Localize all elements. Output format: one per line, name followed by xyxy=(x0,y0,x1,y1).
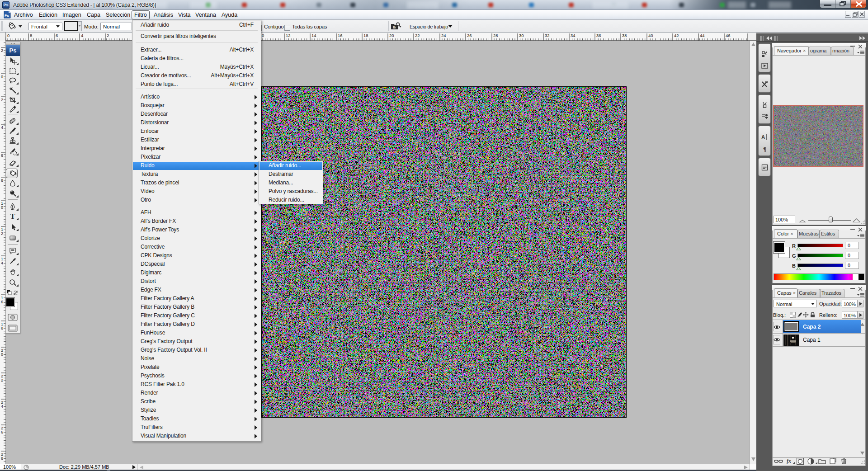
svg-text:24: 24 xyxy=(441,33,446,38)
svg-text:A: A xyxy=(761,134,765,141)
svg-text:Br: Br xyxy=(393,26,396,29)
svg-text:2: 2 xyxy=(1,231,3,236)
svg-text:18: 18 xyxy=(363,33,368,38)
svg-text:32: 32 xyxy=(545,33,550,38)
svg-text:8: 8 xyxy=(30,33,32,38)
svg-text:2: 2 xyxy=(107,33,109,38)
svg-text:4: 4 xyxy=(1,125,3,130)
svg-text:0: 0 xyxy=(262,33,264,38)
svg-text:Ps: Ps xyxy=(5,14,9,18)
svg-text:8: 8 xyxy=(1,326,3,330)
svg-text:8: 8 xyxy=(1,178,3,183)
svg-text:2: 2 xyxy=(1,378,3,382)
svg-text:0: 0 xyxy=(7,33,9,38)
svg-text:38: 38 xyxy=(622,33,627,38)
svg-text:22: 22 xyxy=(415,33,420,38)
svg-text:6: 6 xyxy=(56,33,58,38)
svg-text:0: 0 xyxy=(1,352,3,357)
svg-text:6: 6 xyxy=(1,153,3,158)
svg-text:6: 6 xyxy=(1,430,3,434)
svg-text:14: 14 xyxy=(311,33,316,38)
svg-text:44: 44 xyxy=(700,33,705,38)
svg-text:26: 26 xyxy=(467,33,472,38)
svg-text:40: 40 xyxy=(648,33,653,38)
svg-text:0: 0 xyxy=(1,75,3,79)
svg-text:46: 46 xyxy=(726,33,731,38)
svg-text:8: 8 xyxy=(1,456,3,461)
svg-text:30: 30 xyxy=(519,33,524,38)
svg-text:¶: ¶ xyxy=(763,146,766,152)
svg-text:6: 6 xyxy=(1,300,3,304)
svg-text:4: 4 xyxy=(1,404,3,409)
svg-text:2: 2 xyxy=(1,48,3,53)
svg-text:16: 16 xyxy=(338,33,343,38)
svg-text:4: 4 xyxy=(81,33,83,38)
svg-text:0: 0 xyxy=(1,205,3,210)
svg-text:34: 34 xyxy=(571,33,576,38)
svg-text:20: 20 xyxy=(389,33,394,38)
svg-text:2: 2 xyxy=(1,98,3,102)
svg-text:4: 4 xyxy=(1,261,3,265)
svg-text:T: T xyxy=(10,212,15,220)
svg-text:42: 42 xyxy=(674,33,679,38)
svg-text:28: 28 xyxy=(493,33,498,38)
svg-text:12: 12 xyxy=(286,33,291,38)
svg-text:36: 36 xyxy=(596,33,601,38)
